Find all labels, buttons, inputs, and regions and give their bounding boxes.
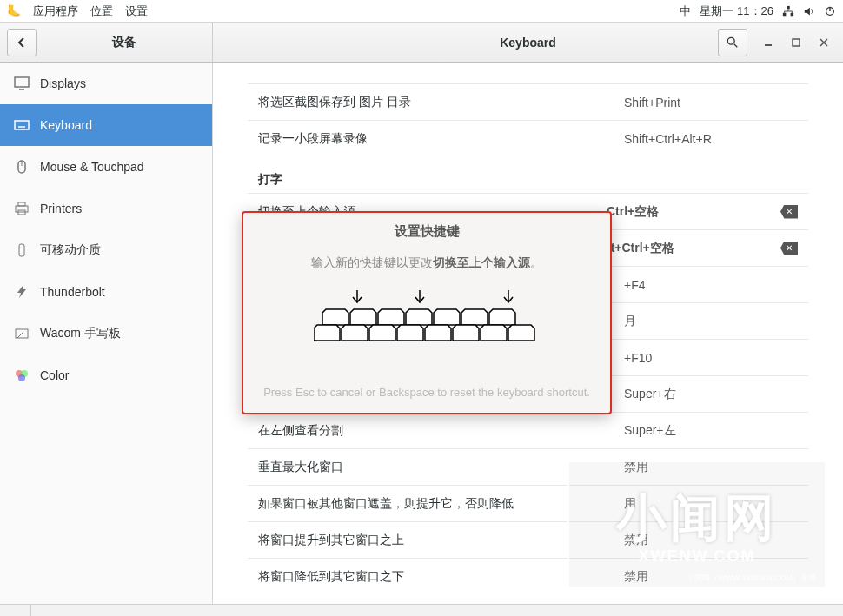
set-shortcut-dialog: 设置快捷键 输入新的快捷键以更改切换至上个输入源。 (242, 211, 612, 414)
dialog-title: 设置快捷键 (395, 213, 460, 255)
taskbar-item[interactable] (0, 605, 31, 616)
dialog-subtitle: 输入新的快捷键以更改切换至上个输入源。 (311, 255, 542, 271)
dialog-hint: Press Esc to cancel or Backspace to rese… (263, 386, 590, 413)
bottom-taskbar (0, 604, 843, 616)
keyboard-graphic (314, 283, 540, 355)
modal-overlay: 设置快捷键 输入新的快捷键以更改切换至上个输入源。 (0, 0, 843, 616)
